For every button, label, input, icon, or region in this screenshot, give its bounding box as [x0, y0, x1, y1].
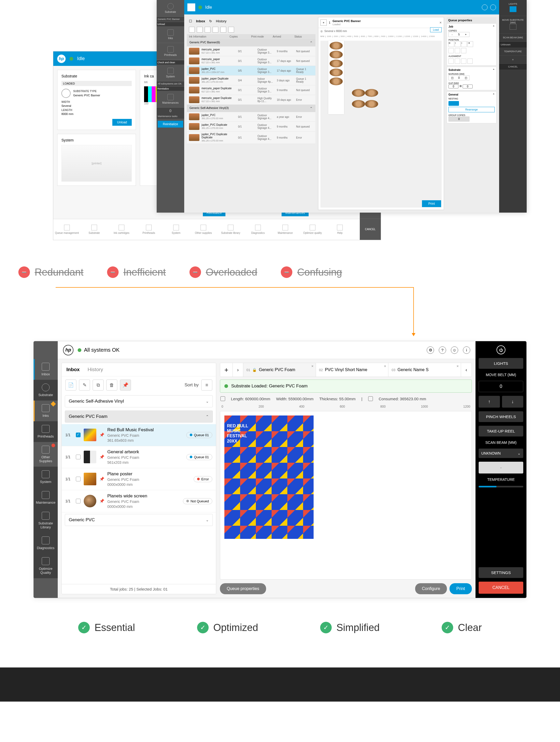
sidebar-maintenances[interactable]: Maintenances [157, 91, 184, 108]
tool-icon[interactable] [213, 27, 218, 33]
job-row[interactable]: mercurio_paper617.22 x 381 mm0/1Outdoor … [187, 56, 316, 66]
cancel-button[interactable]: CANCEL [499, 64, 527, 69]
sidebar-printheads[interactable]: Printheads [157, 43, 184, 60]
smile-icon[interactable]: ☺ [451, 347, 458, 354]
add-job-button[interactable]: 📄 [65, 379, 76, 390]
sidebar-unload-button[interactable]: Unload [157, 22, 184, 26]
bottom-bar-item[interactable]: Help [326, 219, 353, 240]
cancel-button[interactable]: CANCEL [479, 582, 523, 594]
tab-history[interactable]: History [88, 367, 103, 372]
next-tab-button[interactable]: › [233, 363, 243, 377]
belt-up-button[interactable]: ↑ [479, 396, 500, 408]
job-group[interactable]: Generic Self-Adhesive Vinyl⌄ [65, 395, 213, 407]
bottom-bar-item[interactable]: Diagnostics [244, 219, 272, 240]
tab-inbox[interactable]: Inbox [196, 19, 205, 23]
sidebar-reinit-button[interactable]: Reinitialize [157, 87, 184, 91]
tool-icon[interactable] [189, 27, 195, 33]
tool-icon[interactable] [197, 27, 203, 33]
bottom-bar-item[interactable]: System [162, 219, 190, 240]
job-row[interactable]: 1/1📌General artworkGeneric PVC Foam561x2… [62, 446, 216, 468]
takeup-reel-button[interactable]: TAKE-UP REEL [479, 426, 523, 436]
sidebar-check-button[interactable]: Check and clean [157, 60, 184, 64]
sidebar-item[interactable]: Substrate [34, 380, 58, 401]
job-row[interactable]: jupiter_PVC381.25 x 1554.87 mm0/5Outdoor… [187, 66, 316, 75]
bottom-bar-item[interactable]: Other supplies [190, 219, 217, 240]
power-icon[interactable]: ⏻ [497, 346, 505, 354]
job-group-open[interactable]: Generic PVC Foam⌃ [65, 411, 213, 423]
sidebar-item[interactable]: Maintenance [34, 487, 58, 508]
close-icon[interactable]: × [384, 364, 386, 368]
sidebar-item[interactable]: Substrate Library [34, 508, 58, 533]
belt-down-button[interactable]: ↓ [502, 396, 523, 408]
close-icon[interactable]: × [457, 364, 459, 368]
job-row[interactable]: 1/1📌Red Bull Music FestivalGeneric PVC F… [62, 424, 216, 446]
job-checkbox[interactable] [76, 432, 80, 437]
job-checkbox[interactable] [76, 499, 80, 504]
bottom-bar-item[interactable]: Substrate library [217, 219, 244, 240]
sidebar-substrate[interactable]: Substrate [157, 0, 184, 17]
lights-button[interactable]: LIGHTS [479, 358, 523, 369]
position-controls[interactable]: ⇤‹›⇥ [448, 41, 495, 47]
close-icon[interactable]: × [440, 20, 442, 25]
sidebar-item[interactable]: Optimize Quality [34, 553, 58, 578]
settings-button[interactable]: SETTINGS [479, 567, 523, 578]
job-group[interactable]: Generic Self-Adhesive Vinyl(3)⌃ [187, 105, 316, 112]
bottom-bar-item[interactable]: Queue management [53, 219, 80, 240]
unload-button[interactable]: Unload [112, 119, 132, 126]
job-group[interactable]: Generic PVC Banner(6)⌃ [187, 39, 316, 46]
tool-icon[interactable] [228, 27, 234, 33]
job-row[interactable]: jupiter_PVC Duplicate Duplicate381.25 x … [187, 131, 316, 144]
sidebar-item[interactable]: Other Supplies [34, 442, 58, 467]
smile-icon[interactable] [490, 4, 496, 10]
close-icon[interactable]: × [311, 364, 313, 368]
job-row[interactable]: mercurio_paper617.22 x 381 mm0/1Outdoor … [187, 46, 316, 56]
edit-button[interactable]: ✎ [79, 379, 90, 390]
document-tab[interactable]: 02PVC Vinyl Short Name× [316, 363, 389, 377]
home-icon[interactable] [187, 3, 195, 11]
nesting-toggle[interactable] [448, 101, 459, 106]
sidebar-item[interactable]: Inbox [34, 359, 58, 380]
job-checkbox[interactable] [76, 455, 80, 459]
document-tab[interactable]: 01🔒Generic PVC Foam× [243, 363, 316, 377]
gear-icon[interactable]: ⚙ [427, 347, 434, 354]
bottom-bar-item[interactable]: Substrate [80, 219, 108, 240]
scan-beam[interactable]: SCAN BEAM (MM) [499, 34, 527, 42]
job-row[interactable]: jupiter_PVC381.25 x 270.03 mm0/1Outdoor … [187, 112, 316, 122]
job-row[interactable]: jupiter_paper Duplicate381.25 x 270.03 m… [187, 75, 316, 85]
cancel-button[interactable]: CANCEL [360, 219, 381, 240]
print-button[interactable]: Print [422, 200, 441, 207]
add-tab-button[interactable]: + [220, 363, 233, 377]
load-button[interactable]: Load [430, 27, 442, 32]
sidebar-system[interactable]: System [157, 64, 184, 82]
pinch-wheels-button[interactable]: PINCH WHEELS [479, 411, 523, 422]
copies-stepper[interactable]: -5+ [448, 32, 469, 37]
bottom-bar-item[interactable]: Maintenance [272, 219, 299, 240]
gear-icon[interactable] [482, 4, 488, 10]
bottom-bar-item[interactable]: Ink cartridges [108, 219, 135, 240]
sidebar-item[interactable]: Inks [34, 401, 58, 421]
job-row[interactable]: 1/1📌Plane posterGeneric PVC Foam0000x000… [62, 468, 216, 490]
scan-beam-select[interactable]: UNKNOWN⌄ [479, 448, 523, 458]
sidebar-item[interactable]: Printheads [34, 421, 58, 442]
job-row[interactable]: mercurio_paper Duplicate617.22 x 381 mm0… [187, 85, 316, 95]
sidebar-inks[interactable]: Inks [157, 26, 184, 43]
print-button[interactable]: Print [450, 583, 472, 594]
gap-input[interactable] [463, 85, 472, 89]
preview-canvas[interactable] [220, 411, 472, 580]
move-substrate[interactable]: MOVE SUBSTRATE (MM) [499, 16, 527, 34]
tab-inbox[interactable]: Inbox [66, 367, 80, 372]
gap-input[interactable] [448, 85, 458, 89]
document-tab[interactable]: 03Generic Name S× [388, 363, 461, 377]
prev-tab-button[interactable]: ‹ [461, 363, 471, 377]
tool-icon[interactable] [220, 27, 226, 33]
sort-button[interactable]: ≡ [201, 379, 212, 390]
copy-button[interactable]: ⧉ [93, 379, 104, 390]
job-row[interactable]: 1/1📌Planets wide screenGeneric PVC Foam0… [62, 490, 216, 512]
pin-button[interactable]: 📌 [120, 379, 131, 390]
job-checkbox[interactable] [76, 477, 80, 481]
job-group[interactable]: Generic PVC⌄ [65, 514, 213, 526]
bottom-bar-item[interactable]: Optimize quality [299, 219, 326, 240]
sidebar-reinit-main-button[interactable]: Reinitialize [158, 121, 183, 127]
tab-history[interactable]: History [216, 19, 226, 23]
job-row[interactable]: jupiter_PVC Duplicate381.25 x 270.03 mm0… [187, 122, 316, 131]
